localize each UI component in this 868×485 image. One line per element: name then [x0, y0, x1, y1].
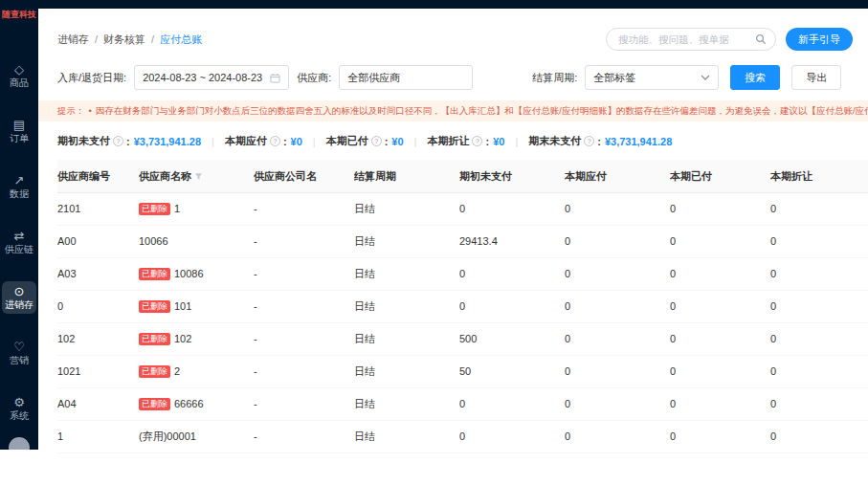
- deleted-badge: 已删除: [139, 268, 170, 280]
- column-header: 本期已付: [670, 160, 770, 192]
- date-range-input[interactable]: 2024-08-23 ~ 2024-08-23: [134, 65, 289, 90]
- cell-opening-unpaid: 0: [459, 387, 565, 420]
- cell-supplier-name: 10066: [139, 225, 254, 257]
- sidebar-item-marketing[interactable]: ♡营销: [2, 337, 36, 369]
- data-chart-icon: ↗: [14, 174, 25, 187]
- column-header[interactable]: 供应商名称: [139, 160, 254, 192]
- sidebar-item-label: 营销: [10, 356, 29, 365]
- column-header-label: 本期折让: [770, 170, 812, 182]
- column-header: 本期折让: [770, 160, 868, 192]
- deleted-badge: 已删除: [139, 203, 170, 215]
- sidebar-item-products[interactable]: ◇商品: [2, 59, 36, 92]
- summary-colon: :: [485, 136, 489, 147]
- sidebar-item-system[interactable]: ⚙系统: [2, 392, 36, 425]
- deleted-badge: 已删除: [139, 300, 170, 313]
- cell-opening-unpaid: 0: [459, 290, 565, 322]
- cell-company-name: -: [254, 322, 354, 355]
- breadcrumb-item[interactable]: 进销存: [57, 33, 89, 47]
- date-label: 入库/退货日期:: [57, 71, 126, 85]
- search-icon[interactable]: [755, 33, 767, 45]
- help-icon[interactable]: ?: [270, 136, 280, 146]
- column-header-label: 供应商编号: [57, 170, 110, 182]
- column-header-label: 本期应付: [565, 170, 607, 182]
- cell-company-name: -: [254, 290, 354, 322]
- cycle-select-value: 全部标签: [593, 71, 635, 85]
- cell-company-name: -: [254, 192, 354, 225]
- summary-label: 期初未支付: [57, 134, 110, 148]
- sidebar-item-orders[interactable]: ▤订单: [2, 115, 36, 147]
- supplier-name-text: (弃用)00001: [139, 430, 196, 442]
- breadcrumb-separator: /: [151, 33, 154, 45]
- search-input[interactable]: [618, 33, 750, 45]
- cell-opening-unpaid: 29413.4: [459, 225, 565, 257]
- deleted-badge: 已删除: [139, 365, 170, 378]
- breadcrumb-current: 应付总账: [160, 33, 202, 47]
- table-row: A03已删除10086-日结0000: [57, 257, 868, 290]
- cell-current-paid: 0: [670, 387, 770, 420]
- summary-colon: :: [597, 136, 601, 147]
- cell-current-paid: 0: [670, 192, 770, 225]
- cell-current-discount: 0: [770, 257, 868, 290]
- guide-button[interactable]: 新手引导: [786, 28, 853, 51]
- breadcrumb: 进销存 / 财务核算 / 应付总账: [57, 33, 202, 47]
- sidebar-item-inventory[interactable]: ⊙进销存: [2, 281, 36, 314]
- table-row: 1(弃用)00001-日结0000: [57, 420, 868, 452]
- cell-current-paid: 0: [670, 257, 770, 290]
- calendar-icon: [270, 73, 280, 83]
- summary-separator: |: [313, 136, 316, 147]
- help-icon[interactable]: ?: [371, 136, 382, 146]
- cell-current-payable: 0: [565, 355, 670, 387]
- sidebar-item-data[interactable]: ↗数据: [2, 170, 36, 203]
- cell-supplier-code: A04: [57, 387, 139, 420]
- summary-value: ¥3,731,941.28: [134, 136, 201, 147]
- cell-supplier-name: 已删除102: [139, 322, 254, 355]
- filter-bar: 入库/退货日期: 2024-08-23 ~ 2024-08-23 供应商: 结算…: [38, 51, 868, 90]
- table-row: 2101已删除1-日结0000: [57, 192, 868, 225]
- column-header-label: 供应商名称: [139, 170, 191, 182]
- avatar[interactable]: [9, 437, 30, 450]
- cell-current-paid: 0: [670, 225, 770, 257]
- cell-current-discount: 0: [770, 322, 868, 355]
- page-header: 进销存 / 财务核算 / 应付总账 新手引导: [38, 9, 868, 51]
- supplier-input[interactable]: [339, 65, 473, 90]
- cell-supplier-name: 已删除10086: [139, 257, 254, 290]
- cell-opening-unpaid: 500: [459, 322, 565, 355]
- supplier-label: 供应商:: [297, 71, 331, 85]
- cell-company-name: -: [254, 355, 354, 387]
- cell-supplier-name: 已删除101: [139, 290, 254, 322]
- export-button[interactable]: 导出: [791, 65, 841, 90]
- deleted-badge: 已删除: [139, 333, 170, 345]
- help-icon[interactable]: ?: [584, 136, 594, 146]
- cell-current-discount: 0: [770, 192, 868, 225]
- cell-settlement-cycle: 日结: [354, 420, 459, 452]
- summary-item: 本期折让?:¥0: [427, 134, 504, 148]
- breadcrumb-item[interactable]: 财务核算: [103, 33, 145, 47]
- column-header: 期初未支付: [459, 160, 565, 192]
- summary-item: 期初未支付?:¥3,731,941.28: [57, 134, 201, 148]
- cycle-label: 结算周期:: [532, 71, 577, 85]
- sidebar-item-supply-chain[interactable]: ⇄供应链: [2, 226, 36, 258]
- main-content: 进销存 / 财务核算 / 应付总账 新手引导 入库/退货日期: 2024-08-…: [38, 9, 868, 485]
- cell-settlement-cycle: 日结: [354, 355, 459, 387]
- cell-company-name: -: [254, 387, 354, 420]
- search-button[interactable]: 搜索: [730, 65, 780, 90]
- sidebar-item-label: 系统: [10, 411, 29, 421]
- cycle-select[interactable]: 全部标签: [585, 65, 719, 90]
- cell-current-paid: 0: [670, 420, 770, 452]
- help-icon[interactable]: ?: [472, 136, 482, 146]
- suppliers-table: 供应商编号供应商名称供应商公司名结算周期期初未支付本期应付本期已付本期折让 21…: [57, 160, 868, 453]
- help-icon[interactable]: ?: [113, 136, 123, 146]
- marketing-icon: ♡: [13, 341, 25, 353]
- sidebar-item-label: 商品: [10, 78, 29, 88]
- column-header-label: 期初未支付: [459, 170, 512, 182]
- cell-settlement-cycle: 日结: [354, 322, 459, 355]
- summary-item: 本期应付?:¥0: [225, 134, 302, 148]
- sidebar-item-label: 订单: [10, 134, 29, 143]
- sidebar-item-label: 数据: [10, 189, 29, 199]
- cell-current-payable: 0: [565, 387, 670, 420]
- cell-opening-unpaid: 0: [459, 192, 565, 225]
- column-header-label: 本期已付: [670, 170, 712, 182]
- notice-prefix: 提示：: [57, 105, 85, 117]
- cell-supplier-code: 1: [57, 420, 139, 452]
- filter-sort-icon[interactable]: [194, 172, 203, 181]
